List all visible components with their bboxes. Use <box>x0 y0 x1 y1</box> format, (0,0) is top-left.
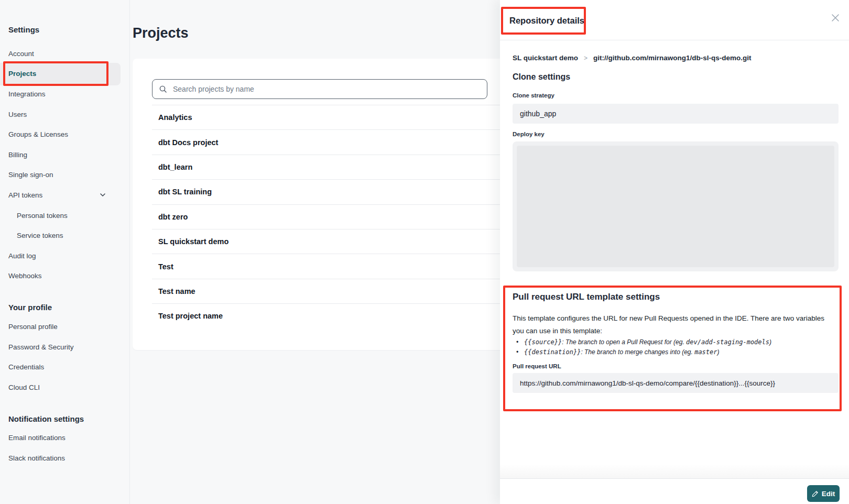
sidebar-item-password-security[interactable]: Password & Security <box>0 337 129 357</box>
project-row[interactable]: dbt zero <box>152 204 508 229</box>
clone-strategy-label: Clone strategy <box>513 92 554 98</box>
project-row[interactable]: Test project name <box>152 303 508 328</box>
pull-request-url-label: Pull request URL <box>513 363 561 369</box>
breadcrumb-repo: git://github.com/mirnawong1/db-sl-qs-dem… <box>593 54 751 62</box>
sidebar-heading-notification-settings: Notification settings <box>0 412 129 426</box>
project-row[interactable]: Test <box>152 254 508 278</box>
sidebar-heading-your-profile: Your profile <box>0 301 129 314</box>
pull-request-url-value: https://github.com/mirnawong1/db-sl-qs-d… <box>513 373 839 393</box>
sidebar-item-credentials[interactable]: Credentials <box>0 357 129 377</box>
clone-strategy-value: github_app <box>513 104 839 124</box>
edit-button[interactable]: Edit <box>807 485 840 502</box>
deploy-key-box <box>513 141 839 271</box>
panel-footer-shadow <box>500 464 849 478</box>
pr-template-heading: Pull request URL template settings <box>513 291 660 303</box>
project-row[interactable]: dbt SL training <box>152 179 508 204</box>
projects-card: Analytics dbt Docs project dbt_learn dbt… <box>133 59 505 350</box>
project-row[interactable]: dbt Docs project <box>152 129 508 154</box>
search-icon <box>159 85 167 93</box>
search-input[interactable] <box>172 84 481 94</box>
sidebar-item-personal-tokens[interactable]: Personal tokens <box>0 205 129 226</box>
sidebar-item-account[interactable]: Account <box>0 43 129 64</box>
pr-template-description: This template configures the URL for new… <box>513 312 831 337</box>
settings-sidebar: Settings Account Projects Integrations U… <box>0 0 130 504</box>
pr-template-bullets: {{source}}: The branch to open a Pull Re… <box>513 337 771 357</box>
panel-title: Repository details <box>509 14 584 27</box>
project-search <box>152 79 487 99</box>
sidebar-item-webhooks[interactable]: Webhooks <box>0 266 129 287</box>
deploy-key-redacted-area <box>517 146 834 267</box>
panel-header-divider <box>500 40 849 40</box>
breadcrumb-separator: > <box>584 54 587 62</box>
sidebar-item-api-tokens[interactable]: API tokens <box>0 185 129 205</box>
close-icon[interactable] <box>828 10 843 25</box>
breadcrumb: SL quickstart demo > git://github.com/mi… <box>513 54 752 62</box>
sidebar-item-billing[interactable]: Billing <box>0 145 129 165</box>
pr-bullet-destination: {{destination}}: The branch to merge cha… <box>513 347 771 357</box>
sidebar-heading-settings: Settings <box>0 23 129 37</box>
sidebar-item-email-notifications[interactable]: Email notifications <box>0 428 129 448</box>
project-row[interactable]: Analytics <box>152 105 508 129</box>
sidebar-item-integrations[interactable]: Integrations <box>0 84 129 104</box>
sidebar-item-slack-notifications[interactable]: Slack notifications <box>0 448 129 468</box>
breadcrumb-project[interactable]: SL quickstart demo <box>513 54 578 62</box>
sidebar-item-groups-licenses[interactable]: Groups & Licenses <box>0 124 129 145</box>
repository-details-panel: Repository details SL quickstart demo > … <box>500 0 849 504</box>
sidebar-item-audit-log[interactable]: Audit log <box>0 246 129 266</box>
project-row[interactable]: dbt_learn <box>152 155 508 179</box>
panel-footer-divider <box>500 478 849 479</box>
sidebar-item-single-sign-on[interactable]: Single sign-on <box>0 165 129 185</box>
chevron-down-icon <box>99 191 106 199</box>
sidebar-item-service-tokens[interactable]: Service tokens <box>0 225 129 246</box>
sidebar-item-cloud-cli[interactable]: Cloud CLI <box>0 377 129 398</box>
sidebar-item-projects[interactable]: Projects <box>0 64 129 84</box>
sidebar-item-users[interactable]: Users <box>0 104 129 125</box>
project-list: Analytics dbt Docs project dbt_learn dbt… <box>152 105 508 328</box>
page-title: Projects <box>133 24 189 42</box>
pr-bullet-source: {{source}}: The branch to open a Pull Re… <box>513 337 771 347</box>
project-row[interactable]: Test name <box>152 279 508 303</box>
clone-settings-heading: Clone settings <box>513 72 570 82</box>
pencil-icon <box>812 490 819 497</box>
project-row[interactable]: SL quickstart demo <box>152 229 508 254</box>
sidebar-item-personal-profile[interactable]: Personal profile <box>0 316 129 337</box>
deploy-key-label: Deploy key <box>513 131 545 137</box>
